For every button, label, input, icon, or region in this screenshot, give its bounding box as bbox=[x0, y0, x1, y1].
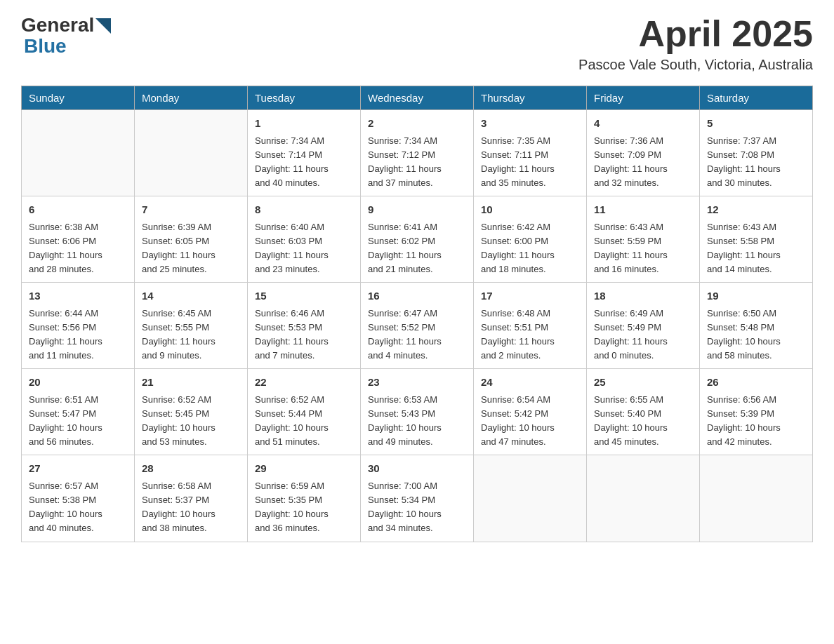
day-number: 2 bbox=[368, 116, 466, 132]
day-info: Sunrise: 6:46 AM Sunset: 5:53 PM Dayligh… bbox=[255, 307, 353, 363]
day-info: Sunrise: 6:41 AM Sunset: 6:02 PM Dayligh… bbox=[368, 220, 466, 277]
calendar-week-row: 20Sunrise: 6:51 AM Sunset: 5:47 PM Dayli… bbox=[22, 369, 813, 455]
day-info: Sunrise: 6:51 AM Sunset: 5:47 PM Dayligh… bbox=[29, 393, 127, 450]
calendar-header-row: SundayMondayTuesdayWednesdayThursdayFrid… bbox=[22, 86, 813, 110]
day-info: Sunrise: 6:38 AM Sunset: 6:06 PM Dayligh… bbox=[29, 220, 127, 277]
logo-general-text: General bbox=[21, 14, 94, 36]
day-info: Sunrise: 6:55 AM Sunset: 5:40 PM Dayligh… bbox=[594, 393, 692, 450]
calendar-cell: 28Sunrise: 6:58 AM Sunset: 5:37 PM Dayli… bbox=[135, 455, 248, 542]
day-number: 6 bbox=[29, 202, 127, 218]
day-number: 21 bbox=[142, 375, 240, 391]
calendar-week-row: 6Sunrise: 6:38 AM Sunset: 6:06 PM Daylig… bbox=[22, 196, 813, 283]
day-number: 9 bbox=[368, 202, 466, 218]
calendar-cell: 16Sunrise: 6:47 AM Sunset: 5:52 PM Dayli… bbox=[361, 283, 474, 369]
calendar-cell: 27Sunrise: 6:57 AM Sunset: 5:38 PM Dayli… bbox=[22, 455, 135, 542]
calendar-day-header: Saturday bbox=[700, 86, 813, 110]
day-number: 30 bbox=[368, 461, 466, 477]
calendar-cell: 30Sunrise: 7:00 AM Sunset: 5:34 PM Dayli… bbox=[361, 455, 474, 542]
calendar-cell: 6Sunrise: 6:38 AM Sunset: 6:06 PM Daylig… bbox=[22, 196, 135, 283]
day-info: Sunrise: 6:43 AM Sunset: 5:59 PM Dayligh… bbox=[594, 220, 692, 277]
calendar-cell: 29Sunrise: 6:59 AM Sunset: 5:35 PM Dayli… bbox=[248, 455, 361, 542]
day-number: 18 bbox=[594, 288, 692, 304]
day-info: Sunrise: 6:49 AM Sunset: 5:49 PM Dayligh… bbox=[594, 307, 692, 363]
day-info: Sunrise: 6:44 AM Sunset: 5:56 PM Dayligh… bbox=[29, 307, 127, 363]
day-number: 14 bbox=[142, 288, 240, 304]
day-number: 3 bbox=[481, 116, 579, 132]
day-info: Sunrise: 6:54 AM Sunset: 5:42 PM Dayligh… bbox=[481, 393, 579, 450]
day-number: 19 bbox=[707, 288, 805, 304]
calendar-cell: 11Sunrise: 6:43 AM Sunset: 5:59 PM Dayli… bbox=[587, 196, 700, 283]
day-number: 22 bbox=[255, 375, 353, 391]
day-info: Sunrise: 7:34 AM Sunset: 7:14 PM Dayligh… bbox=[255, 134, 353, 191]
calendar-cell: 24Sunrise: 6:54 AM Sunset: 5:42 PM Dayli… bbox=[474, 369, 587, 455]
calendar-cell: 15Sunrise: 6:46 AM Sunset: 5:53 PM Dayli… bbox=[248, 283, 361, 369]
calendar-cell: 22Sunrise: 6:52 AM Sunset: 5:44 PM Dayli… bbox=[248, 369, 361, 455]
day-info: Sunrise: 6:58 AM Sunset: 5:37 PM Dayligh… bbox=[142, 479, 240, 536]
day-info: Sunrise: 6:59 AM Sunset: 5:35 PM Dayligh… bbox=[255, 479, 353, 536]
calendar-cell: 10Sunrise: 6:42 AM Sunset: 6:00 PM Dayli… bbox=[474, 196, 587, 283]
day-info: Sunrise: 7:36 AM Sunset: 7:09 PM Dayligh… bbox=[594, 134, 692, 191]
calendar-cell: 2Sunrise: 7:34 AM Sunset: 7:12 PM Daylig… bbox=[361, 110, 474, 196]
day-info: Sunrise: 6:40 AM Sunset: 6:03 PM Dayligh… bbox=[255, 220, 353, 277]
calendar-cell: 25Sunrise: 6:55 AM Sunset: 5:40 PM Dayli… bbox=[587, 369, 700, 455]
day-number: 12 bbox=[707, 202, 805, 218]
calendar-week-row: 1Sunrise: 7:34 AM Sunset: 7:14 PM Daylig… bbox=[22, 110, 813, 196]
day-number: 11 bbox=[594, 202, 692, 218]
calendar-week-row: 27Sunrise: 6:57 AM Sunset: 5:38 PM Dayli… bbox=[22, 455, 813, 542]
day-info: Sunrise: 7:34 AM Sunset: 7:12 PM Dayligh… bbox=[368, 134, 466, 191]
logo-triangle-icon bbox=[95, 18, 111, 34]
day-number: 27 bbox=[29, 461, 127, 477]
calendar-cell bbox=[700, 455, 813, 542]
calendar-cell bbox=[587, 455, 700, 542]
day-info: Sunrise: 6:43 AM Sunset: 5:58 PM Dayligh… bbox=[707, 220, 805, 277]
calendar-day-header: Sunday bbox=[22, 86, 135, 110]
day-number: 8 bbox=[255, 202, 353, 218]
calendar-cell: 18Sunrise: 6:49 AM Sunset: 5:49 PM Dayli… bbox=[587, 283, 700, 369]
day-number: 13 bbox=[29, 288, 127, 304]
page-subtitle: Pascoe Vale South, Victoria, Australia bbox=[578, 57, 813, 73]
day-number: 25 bbox=[594, 375, 692, 391]
day-number: 29 bbox=[255, 461, 353, 477]
day-info: Sunrise: 6:56 AM Sunset: 5:39 PM Dayligh… bbox=[707, 393, 805, 450]
day-number: 17 bbox=[481, 288, 579, 304]
calendar-cell: 17Sunrise: 6:48 AM Sunset: 5:51 PM Dayli… bbox=[474, 283, 587, 369]
page-header: General Blue April 2025 Pascoe Vale Sout… bbox=[21, 14, 813, 73]
calendar-week-row: 13Sunrise: 6:44 AM Sunset: 5:56 PM Dayli… bbox=[22, 283, 813, 369]
day-info: Sunrise: 6:47 AM Sunset: 5:52 PM Dayligh… bbox=[368, 307, 466, 363]
calendar-cell: 26Sunrise: 6:56 AM Sunset: 5:39 PM Dayli… bbox=[700, 369, 813, 455]
title-area: April 2025 Pascoe Vale South, Victoria, … bbox=[578, 14, 813, 73]
day-number: 26 bbox=[707, 375, 805, 391]
calendar-cell: 12Sunrise: 6:43 AM Sunset: 5:58 PM Dayli… bbox=[700, 196, 813, 283]
day-number: 1 bbox=[255, 116, 353, 132]
logo-blue-text: Blue bbox=[24, 35, 111, 58]
page-title: April 2025 bbox=[578, 14, 813, 54]
day-info: Sunrise: 6:57 AM Sunset: 5:38 PM Dayligh… bbox=[29, 479, 127, 536]
calendar-cell: 19Sunrise: 6:50 AM Sunset: 5:48 PM Dayli… bbox=[700, 283, 813, 369]
calendar-cell bbox=[474, 455, 587, 542]
calendar-cell: 9Sunrise: 6:41 AM Sunset: 6:02 PM Daylig… bbox=[361, 196, 474, 283]
day-number: 7 bbox=[142, 202, 240, 218]
calendar-cell: 1Sunrise: 7:34 AM Sunset: 7:14 PM Daylig… bbox=[248, 110, 361, 196]
day-info: Sunrise: 7:00 AM Sunset: 5:34 PM Dayligh… bbox=[368, 479, 466, 536]
day-number: 20 bbox=[29, 375, 127, 391]
day-info: Sunrise: 6:48 AM Sunset: 5:51 PM Dayligh… bbox=[481, 307, 579, 363]
calendar-cell: 3Sunrise: 7:35 AM Sunset: 7:11 PM Daylig… bbox=[474, 110, 587, 196]
calendar-cell bbox=[135, 110, 248, 196]
day-number: 5 bbox=[707, 116, 805, 132]
day-info: Sunrise: 6:39 AM Sunset: 6:05 PM Dayligh… bbox=[142, 220, 240, 277]
day-info: Sunrise: 6:53 AM Sunset: 5:43 PM Dayligh… bbox=[368, 393, 466, 450]
calendar-cell: 4Sunrise: 7:36 AM Sunset: 7:09 PM Daylig… bbox=[587, 110, 700, 196]
calendar-table: SundayMondayTuesdayWednesdayThursdayFrid… bbox=[21, 86, 813, 542]
day-info: Sunrise: 6:52 AM Sunset: 5:45 PM Dayligh… bbox=[142, 393, 240, 450]
day-info: Sunrise: 7:35 AM Sunset: 7:11 PM Dayligh… bbox=[481, 134, 579, 191]
day-number: 16 bbox=[368, 288, 466, 304]
day-info: Sunrise: 7:37 AM Sunset: 7:08 PM Dayligh… bbox=[707, 134, 805, 191]
day-number: 23 bbox=[368, 375, 466, 391]
day-number: 24 bbox=[481, 375, 579, 391]
calendar-cell: 23Sunrise: 6:53 AM Sunset: 5:43 PM Dayli… bbox=[361, 369, 474, 455]
day-info: Sunrise: 6:42 AM Sunset: 6:00 PM Dayligh… bbox=[481, 220, 579, 277]
calendar-cell: 21Sunrise: 6:52 AM Sunset: 5:45 PM Dayli… bbox=[135, 369, 248, 455]
calendar-day-header: Tuesday bbox=[248, 86, 361, 110]
day-info: Sunrise: 6:45 AM Sunset: 5:55 PM Dayligh… bbox=[142, 307, 240, 363]
day-number: 15 bbox=[255, 288, 353, 304]
